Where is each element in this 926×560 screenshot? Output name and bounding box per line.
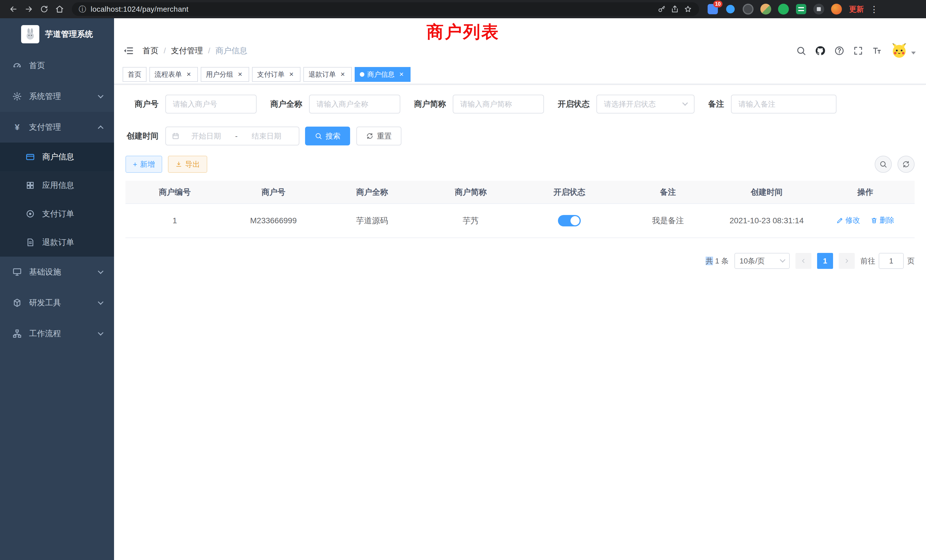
reset-button-label: 重置: [377, 131, 392, 141]
tab-pay-order[interactable]: 支付订单 ×: [252, 67, 301, 82]
github-icon[interactable]: [815, 45, 826, 56]
user-avatar: [891, 42, 908, 59]
extension-icon-6[interactable]: [794, 2, 808, 16]
address-bar[interactable]: ⓘ localhost:1024/pay/merchant: [72, 2, 699, 16]
browser-menu-icon[interactable]: ⋮: [869, 4, 880, 14]
next-page-button[interactable]: [839, 253, 855, 269]
tab-merchant-info[interactable]: 商户信息 ×: [355, 67, 410, 82]
breadcrumb-current: 商户信息: [216, 45, 247, 56]
tab-home[interactable]: 首页: [123, 67, 147, 82]
filter-status: 开启状态 请选择开启状态: [558, 95, 694, 114]
browser-back-button[interactable]: [6, 2, 21, 17]
sidebar: 芋道管理系统 首页 系统管理 ¥ 支付管理 商户信息 应用信息 支付订单: [0, 18, 114, 560]
sidebar-item-merchant-info[interactable]: 商户信息: [0, 142, 114, 171]
pagination: 共 1 条 10条/页 1 前往 页: [126, 253, 915, 292]
sidebar-item-app-info[interactable]: 应用信息: [0, 171, 114, 200]
bank-card-icon: [25, 152, 35, 162]
browser-forward-button[interactable]: [21, 2, 36, 17]
tab-close-icon[interactable]: ×: [236, 70, 244, 79]
sidebar-item-label: 研发工具: [29, 297, 61, 308]
bookmark-star-icon[interactable]: [684, 5, 692, 14]
search-button[interactable]: 搜索: [305, 127, 350, 145]
extension-icon-8[interactable]: [830, 2, 843, 16]
password-key-icon[interactable]: [657, 5, 666, 14]
sidebar-item-label: 支付订单: [42, 209, 74, 219]
toggle-search-button[interactable]: [875, 156, 892, 173]
extension-icon-3[interactable]: [741, 2, 755, 16]
extension-icon-1[interactable]: 10: [706, 2, 720, 16]
tab-process-form[interactable]: 流程表单 ×: [150, 67, 198, 82]
cell-actions: 修改 删除: [816, 204, 915, 238]
tab-close-icon[interactable]: ×: [287, 70, 295, 79]
extension-icon-7[interactable]: [812, 2, 826, 16]
sidebar-item-refund-order[interactable]: 退款订单: [0, 228, 114, 257]
workflow-icon: [12, 328, 22, 339]
tab-user-group[interactable]: 用户分组 ×: [201, 67, 249, 82]
page-size-select[interactable]: 10条/页: [734, 253, 790, 269]
font-size-icon[interactable]: [872, 45, 882, 56]
chevron-down-icon: [98, 330, 103, 336]
browser-home-button[interactable]: [52, 2, 67, 17]
reset-button[interactable]: 重置: [356, 127, 401, 145]
extension-icon-5[interactable]: [776, 2, 790, 16]
browser-update-button[interactable]: 更新: [849, 4, 864, 14]
app-logo[interactable]: 芋道管理系统: [0, 18, 114, 50]
tab-label: 支付订单: [257, 70, 284, 79]
export-button[interactable]: 导出: [168, 156, 207, 173]
goto-label: 前往: [861, 256, 875, 266]
sidebar-item-home[interactable]: 首页: [0, 50, 114, 81]
sidebar-fold-icon[interactable]: [114, 45, 142, 56]
prev-page-button[interactable]: [796, 253, 811, 269]
cell-full-name: 芋道源码: [323, 204, 421, 238]
extension-icon-4[interactable]: [759, 2, 773, 16]
breadcrumb-payment[interactable]: 支付管理: [171, 45, 203, 56]
edit-link[interactable]: 修改: [836, 215, 860, 225]
add-button-label: 新增: [140, 159, 155, 170]
share-icon[interactable]: [670, 5, 679, 14]
sidebar-item-payment[interactable]: ¥ 支付管理: [0, 112, 114, 142]
extension-icon-2[interactable]: [723, 2, 737, 16]
total-text: 1 条: [713, 257, 729, 265]
merchant-name-input[interactable]: [309, 95, 400, 114]
date-range-picker[interactable]: 开始日期 - 结束日期: [165, 127, 300, 145]
filter-label: 开启状态: [558, 98, 590, 109]
chevron-down-icon: [780, 257, 785, 263]
end-date-placeholder: 结束日期: [240, 131, 293, 141]
tab-close-icon[interactable]: ×: [185, 70, 193, 79]
sidebar-item-infrastructure[interactable]: 基础设施: [0, 257, 114, 288]
tab-close-icon[interactable]: ×: [398, 70, 406, 79]
sidebar-item-dev-tools[interactable]: 研发工具: [0, 288, 114, 318]
page-info-icon[interactable]: ⓘ: [79, 4, 86, 14]
breadcrumb-home[interactable]: 首页: [142, 45, 159, 56]
status-toggle[interactable]: [558, 215, 581, 226]
filter-remark: 备注: [708, 95, 837, 114]
page-number-1[interactable]: 1: [817, 253, 833, 269]
status-select[interactable]: 请选择开启状态: [596, 95, 694, 114]
sidebar-item-system[interactable]: 系统管理: [0, 81, 114, 112]
sidebar-item-label: 基础设施: [29, 266, 61, 277]
refresh-button[interactable]: [897, 156, 915, 173]
merchant-no-input[interactable]: [165, 95, 257, 114]
user-menu[interactable]: [891, 42, 916, 59]
sidebar-item-label: 系统管理: [29, 91, 61, 102]
merchant-abbr-input[interactable]: [453, 95, 544, 114]
search-icon[interactable]: [796, 45, 806, 56]
top-navbar: 首页 / 支付管理 / 商户信息: [114, 36, 926, 65]
table-row: 1 M233666999 芋道源码 芋艿 我是备注 2021-10-23 08:…: [126, 204, 915, 238]
browser-reload-button[interactable]: [36, 2, 52, 17]
tab-label: 商户信息: [367, 70, 395, 79]
sidebar-item-label: 退款订单: [42, 237, 74, 248]
tab-close-icon[interactable]: ×: [339, 70, 346, 79]
sidebar-item-pay-order[interactable]: 支付订单: [0, 200, 114, 228]
breadcrumb-separator: /: [163, 46, 166, 55]
help-icon[interactable]: [834, 45, 844, 56]
remark-input[interactable]: [731, 95, 837, 114]
delete-link[interactable]: 删除: [870, 215, 894, 225]
sidebar-item-workflow[interactable]: 工作流程: [0, 318, 114, 349]
fullscreen-icon[interactable]: [853, 45, 863, 56]
column-header: 商户号: [224, 181, 323, 204]
goto-page-input[interactable]: [879, 253, 904, 269]
add-button[interactable]: + 新增: [126, 156, 162, 173]
tab-refund-order[interactable]: 退款订单 ×: [303, 67, 352, 82]
edit-link-label: 修改: [845, 215, 860, 225]
